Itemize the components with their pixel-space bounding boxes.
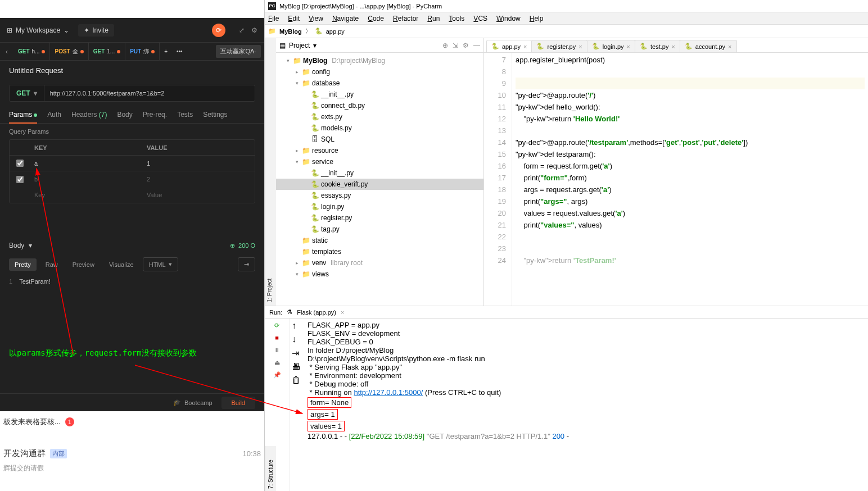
wrap-icon[interactable]: ⇥ bbox=[292, 348, 301, 358]
trash-icon[interactable]: 🗑 bbox=[292, 375, 301, 385]
menu-file[interactable]: File bbox=[268, 15, 279, 22]
target-icon[interactable]: ⊕ bbox=[442, 42, 448, 49]
code-line[interactable]: form = request.form.get('a') bbox=[516, 160, 865, 172]
tab-prev[interactable]: ‹ bbox=[0, 48, 13, 56]
tree-node[interactable]: ▾📁service bbox=[276, 156, 483, 167]
editor-tab[interactable]: 🐍register.py× bbox=[531, 40, 587, 52]
param-checkbox[interactable] bbox=[16, 160, 24, 167]
code-line[interactable]: "py-kw">return 'Hello World!' bbox=[516, 113, 865, 125]
dropdown-icon[interactable]: ▾ bbox=[313, 42, 317, 49]
console-output[interactable]: FLASK_APP = app.pyFLASK_ENV = developmen… bbox=[303, 319, 868, 491]
code-line[interactable]: print("form=",form) bbox=[516, 172, 865, 184]
tree-node[interactable]: ▸📁venvlibrary root bbox=[276, 257, 483, 269]
resp-format-dropdown[interactable]: HTML▾ bbox=[143, 257, 178, 271]
tree-node[interactable]: 🐍__init__.py bbox=[276, 89, 483, 100]
close-icon[interactable]: × bbox=[671, 43, 675, 50]
crumb-project[interactable]: MyBlog bbox=[279, 28, 302, 35]
expand-icon[interactable]: ▾ bbox=[294, 80, 300, 86]
menu-edit[interactable]: Edit bbox=[288, 15, 300, 22]
param-key[interactable]: a bbox=[30, 160, 142, 167]
tab-tests[interactable]: Tests bbox=[177, 111, 193, 119]
tree-node[interactable]: ▾📁MyBlogD:\project\MyBlog bbox=[276, 55, 483, 66]
environment-selector[interactable]: 互动赢家QA- bbox=[216, 45, 261, 58]
request-tab[interactable]: POST全 bbox=[50, 43, 88, 61]
tree-node[interactable]: ▾📁database bbox=[276, 78, 483, 89]
settings-icon[interactable]: ⚙ bbox=[463, 42, 469, 49]
stop-button[interactable]: ■ bbox=[273, 333, 282, 342]
tree-node[interactable]: 🐍exts.py bbox=[276, 111, 483, 122]
expand-icon[interactable]: ▾ bbox=[294, 159, 300, 165]
run-config[interactable]: Flask (app.py) bbox=[297, 309, 336, 316]
sync-button[interactable]: ⟳ bbox=[212, 24, 225, 37]
code-line[interactable]: "py-dec">@app.route('/testparam',methods… bbox=[516, 137, 865, 148]
code-line[interactable]: app.register_blueprint(post) bbox=[516, 54, 865, 66]
key-input[interactable]: Key bbox=[30, 192, 142, 198]
request-tab[interactable]: PUT绑 bbox=[125, 43, 160, 61]
code-line[interactable] bbox=[516, 231, 865, 243]
tab-body[interactable]: Body bbox=[117, 111, 132, 119]
code-line[interactable]: args = request.args.get('a') bbox=[516, 184, 865, 196]
pause-button[interactable]: ⏸ bbox=[273, 345, 282, 354]
param-checkbox[interactable] bbox=[16, 176, 24, 183]
menu-refactor[interactable]: Refactor bbox=[393, 15, 418, 22]
code-line[interactable] bbox=[516, 66, 865, 78]
wrap-button[interactable]: ⇥ bbox=[238, 257, 255, 271]
tab-headers[interactable]: Headers (7) bbox=[71, 111, 107, 119]
editor-tab[interactable]: 🐍app.py× bbox=[486, 40, 532, 52]
resp-visualize[interactable]: Visualize bbox=[103, 258, 139, 271]
project-tool-tab[interactable]: 1: Project bbox=[265, 38, 276, 306]
code-line[interactable] bbox=[516, 243, 865, 254]
tree-node[interactable]: 🐍__init__.py bbox=[276, 167, 483, 179]
structure-tool-tab[interactable]: 7: Structure bbox=[265, 446, 276, 491]
crumb-file[interactable]: app.py bbox=[326, 28, 345, 35]
tree-node[interactable]: 📁templates bbox=[276, 246, 483, 257]
tree-node[interactable]: 🐍cookie_verift.py bbox=[276, 179, 483, 190]
invite-button[interactable]: ✦ Invite bbox=[78, 24, 114, 37]
request-name[interactable]: Untitled Request bbox=[0, 61, 264, 80]
close-icon[interactable]: × bbox=[728, 43, 731, 50]
tab-settings[interactable]: Settings bbox=[203, 111, 227, 119]
menu-navigate[interactable]: Navigate bbox=[332, 15, 359, 22]
close-icon[interactable]: × bbox=[627, 43, 630, 50]
code-line[interactable]: print("values=", values) bbox=[516, 219, 865, 231]
exit-button[interactable]: ⏏ bbox=[273, 358, 282, 367]
tree-node[interactable]: 🐍tag.py bbox=[276, 224, 483, 235]
chat-row[interactable]: 开发沟通群 内部 10:38 bbox=[3, 446, 261, 461]
resp-preview[interactable]: Preview bbox=[67, 258, 100, 271]
hide-icon[interactable]: — bbox=[473, 42, 480, 49]
tree-node[interactable]: 🐍connect_db.py bbox=[276, 100, 483, 111]
close-icon[interactable]: × bbox=[341, 309, 344, 316]
build-button[interactable]: Build bbox=[221, 397, 255, 409]
tab-auth[interactable]: Auth bbox=[47, 111, 61, 119]
menu-vcs[interactable]: VCS bbox=[473, 15, 487, 22]
tree-node[interactable]: 📁static bbox=[276, 235, 483, 246]
tab-prereq[interactable]: Pre-req. bbox=[143, 111, 167, 119]
project-label[interactable]: Project bbox=[289, 42, 310, 49]
up-icon[interactable]: ↑ bbox=[292, 321, 301, 331]
editor-tab[interactable]: 🐍test.py× bbox=[635, 40, 680, 52]
menu-code[interactable]: Code bbox=[368, 15, 384, 22]
tree-node[interactable]: ▸📁config bbox=[276, 66, 483, 78]
code-lines[interactable]: app.register_blueprint(post)"py-dec">@ap… bbox=[512, 53, 868, 306]
code-line[interactable] bbox=[516, 125, 865, 137]
tree-node[interactable]: ▸📁resource bbox=[276, 145, 483, 156]
close-icon[interactable]: × bbox=[578, 43, 582, 50]
param-value[interactable]: 1 bbox=[142, 160, 255, 167]
expand-icon[interactable]: ▾ bbox=[294, 271, 300, 277]
chat-row[interactable]: 板发来表格要核... 1 bbox=[3, 415, 261, 429]
url-link[interactable]: http://127.0.0.1:5000/ bbox=[354, 388, 423, 397]
code-line[interactable]: "py-kw">def testparam(): bbox=[516, 148, 865, 160]
table-row-new[interactable]: Key Value bbox=[10, 187, 255, 203]
method-dropdown[interactable]: GET ▾ bbox=[10, 85, 44, 101]
code-line[interactable]: "py-kw">def hello_world(): bbox=[516, 101, 865, 113]
expand-icon[interactable]: ▾ bbox=[285, 58, 291, 63]
tree-node[interactable]: 🐍essays.py bbox=[276, 190, 483, 201]
code-line[interactable]: values = request.values.get('a') bbox=[516, 207, 865, 219]
value-input[interactable]: Value bbox=[142, 192, 255, 198]
expand-icon[interactable]: ▸ bbox=[294, 148, 300, 153]
rerun-button[interactable]: ⟳ bbox=[273, 321, 282, 330]
code-area[interactable]: 789101112131415161718192021222324 app.re… bbox=[484, 53, 868, 306]
request-tab[interactable]: GETh... bbox=[13, 43, 50, 61]
menu-run[interactable]: Run bbox=[427, 15, 440, 22]
editor-tab[interactable]: 🐍login.py× bbox=[587, 40, 635, 52]
